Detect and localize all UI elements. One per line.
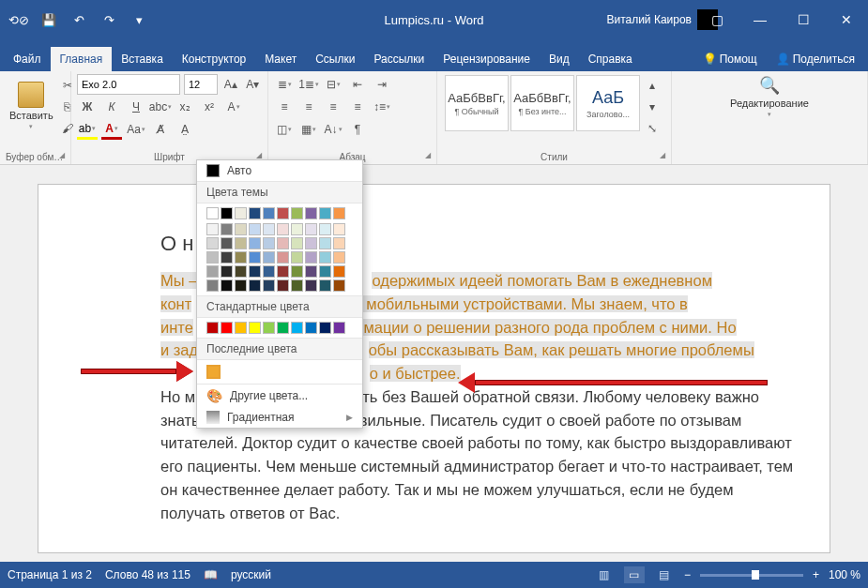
qat-customize-icon[interactable]: ▾ [126, 7, 152, 33]
subscript-button[interactable]: x₂ [175, 97, 195, 117]
color-swatch[interactable] [235, 265, 247, 278]
borders-icon[interactable]: ▦ [298, 119, 319, 140]
color-swatch[interactable] [235, 322, 247, 334]
color-swatch[interactable] [333, 223, 345, 235]
color-swatch[interactable] [277, 322, 289, 334]
color-swatch[interactable] [277, 223, 289, 235]
color-swatch[interactable] [235, 223, 247, 235]
color-swatch[interactable] [291, 223, 303, 235]
color-swatch[interactable] [291, 251, 303, 264]
print-layout-icon[interactable]: ▭ [624, 566, 645, 583]
line-spacing-icon[interactable]: ↕≡ [372, 97, 392, 117]
color-swatch[interactable] [206, 223, 219, 235]
tab-view[interactable]: Вид [540, 47, 579, 71]
undo-icon[interactable]: ↶ [66, 7, 92, 33]
color-swatch[interactable] [305, 237, 317, 249]
align-center-icon[interactable]: ≡ [298, 97, 319, 117]
color-swatch[interactable] [249, 223, 261, 235]
color-swatch[interactable] [291, 322, 303, 334]
color-swatch[interactable] [277, 265, 289, 278]
color-swatch[interactable] [206, 207, 219, 219]
numbering-icon[interactable]: 1≣ [298, 74, 319, 95]
color-swatch[interactable] [235, 279, 247, 292]
highlight-color-icon[interactable]: ab [77, 119, 98, 140]
paste-button[interactable]: Вставить ▾ [6, 73, 57, 139]
autosave-icon[interactable]: ⟲⊘ [6, 7, 32, 33]
style-normal[interactable]: АаБбВвГг, ¶ Обычный [445, 75, 509, 131]
tab-mailings[interactable]: Рассылки [364, 47, 434, 71]
decrease-indent-icon[interactable]: ⇤ [347, 74, 368, 95]
color-swatch[interactable] [305, 223, 317, 235]
more-colors[interactable]: 🎨 Другие цвета... [197, 384, 362, 407]
styles-scroll-up-icon[interactable]: ▴ [642, 75, 662, 96]
color-swatch[interactable] [319, 207, 331, 219]
read-mode-icon[interactable]: ▥ [594, 566, 615, 583]
italic-button[interactable]: К [101, 97, 122, 117]
color-swatch[interactable] [277, 279, 289, 292]
color-swatch[interactable] [221, 322, 233, 334]
close-icon[interactable]: ✕ [825, 0, 868, 39]
page-indicator[interactable]: Страница 1 из 2 [8, 568, 92, 581]
color-swatch[interactable] [305, 207, 317, 219]
color-swatch[interactable] [249, 207, 261, 219]
recent-color-swatch[interactable] [206, 365, 221, 379]
color-swatch[interactable] [291, 207, 303, 219]
justify-icon[interactable]: ≡ [347, 97, 368, 117]
save-icon[interactable]: 💾 [36, 7, 62, 33]
font-name-select[interactable] [77, 74, 180, 95]
color-swatch[interactable] [291, 265, 303, 278]
color-auto[interactable]: Авто [197, 160, 362, 181]
color-swatch[interactable] [206, 265, 219, 278]
phonetic-guide-icon[interactable]: A̤ [175, 119, 195, 140]
color-swatch[interactable] [249, 279, 261, 292]
styles-expand-icon[interactable]: ⤡ [642, 118, 662, 139]
dialog-launcher-icon[interactable]: ◢ [59, 151, 69, 160]
color-swatch[interactable] [263, 322, 275, 334]
tab-home[interactable]: Главная [51, 47, 113, 71]
align-right-icon[interactable]: ≡ [323, 97, 343, 117]
color-swatch[interactable] [235, 207, 247, 219]
align-left-icon[interactable]: ≡ [274, 97, 295, 117]
show-marks-icon[interactable]: ¶ [347, 119, 368, 140]
color-swatch[interactable] [305, 322, 317, 334]
tab-references[interactable]: Ссылки [306, 47, 364, 71]
color-swatch[interactable] [319, 223, 331, 235]
color-swatch[interactable] [291, 237, 303, 249]
bold-button[interactable]: Ж [77, 97, 98, 117]
color-swatch[interactable] [319, 251, 331, 264]
sort-icon[interactable]: A↓ [323, 119, 343, 140]
color-swatch[interactable] [319, 322, 331, 334]
color-swatch[interactable] [319, 237, 331, 249]
font-size-select[interactable] [184, 74, 218, 95]
clear-formatting-icon[interactable]: A̸ [150, 119, 171, 140]
shading-icon[interactable]: ◫ [274, 119, 295, 140]
language-indicator[interactable]: русский [231, 568, 271, 581]
color-swatch[interactable] [206, 279, 219, 292]
tab-review[interactable]: Рецензирование [434, 47, 540, 71]
tab-help[interactable]: Справка [579, 47, 642, 71]
tab-layout[interactable]: Макет [255, 47, 306, 71]
color-swatch[interactable] [263, 223, 275, 235]
multilevel-list-icon[interactable]: ⊟ [323, 74, 343, 95]
color-swatch[interactable] [249, 265, 261, 278]
color-swatch[interactable] [221, 279, 233, 292]
color-swatch[interactable] [221, 207, 233, 219]
color-swatch[interactable] [333, 322, 345, 334]
redo-icon[interactable]: ↷ [96, 7, 122, 33]
superscript-button[interactable]: x² [199, 97, 220, 117]
color-swatch[interactable] [305, 251, 317, 264]
color-swatch[interactable] [206, 237, 219, 249]
color-swatch[interactable] [277, 251, 289, 264]
color-swatch[interactable] [263, 207, 275, 219]
color-swatch[interactable] [221, 237, 233, 249]
spell-check-icon[interactable]: 📖 [204, 568, 218, 581]
zoom-out-icon[interactable]: − [684, 568, 691, 581]
color-swatch[interactable] [333, 251, 345, 264]
maximize-icon[interactable]: ☐ [782, 0, 825, 39]
color-swatch[interactable] [333, 207, 345, 219]
change-case-button[interactable]: Aa [126, 119, 146, 140]
color-swatch[interactable] [305, 265, 317, 278]
grow-font-icon[interactable]: A▴ [221, 74, 240, 95]
color-swatch[interactable] [235, 237, 247, 249]
color-swatch[interactable] [263, 265, 275, 278]
